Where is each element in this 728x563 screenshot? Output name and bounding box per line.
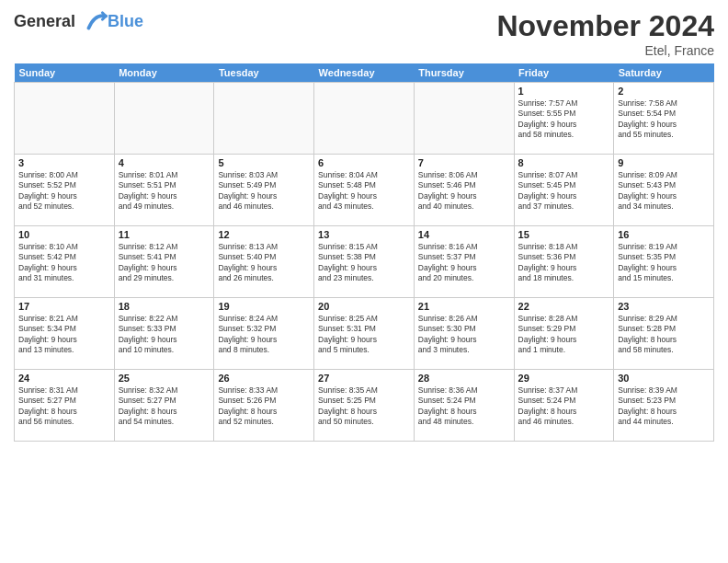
day-info: Sunrise: 8:32 AM Sunset: 5:27 PM Dayligh… <box>119 385 210 428</box>
header: General Blue November 2024 Etel, France <box>14 9 714 58</box>
day-number: 3 <box>18 157 110 168</box>
title-block: November 2024 Etel, France <box>496 9 714 58</box>
calendar-cell: 23Sunrise: 8:29 AM Sunset: 5:28 PM Dayli… <box>614 298 714 370</box>
month-title: November 2024 <box>496 9 714 43</box>
calendar-cell: 10Sunrise: 8:10 AM Sunset: 5:42 PM Dayli… <box>15 226 115 298</box>
day-number: 7 <box>418 157 510 168</box>
logo-blue: Blue <box>108 12 143 31</box>
calendar-cell: 30Sunrise: 8:39 AM Sunset: 5:23 PM Dayli… <box>614 370 714 442</box>
calendar-cell: 26Sunrise: 8:33 AM Sunset: 5:26 PM Dayli… <box>214 370 314 442</box>
day-info: Sunrise: 8:12 AM Sunset: 5:41 PM Dayligh… <box>119 242 210 284</box>
day-number: 14 <box>418 229 510 240</box>
day-number: 25 <box>119 373 210 384</box>
day-info: Sunrise: 7:58 AM Sunset: 5:54 PM Dayligh… <box>618 98 710 141</box>
day-info: Sunrise: 8:39 AM Sunset: 5:23 PM Dayligh… <box>618 385 710 428</box>
day-info: Sunrise: 8:37 AM Sunset: 5:24 PM Dayligh… <box>518 385 610 428</box>
day-info: Sunrise: 8:35 AM Sunset: 5:25 PM Dayligh… <box>318 385 410 428</box>
day-number: 21 <box>418 301 510 312</box>
calendar-cell: 14Sunrise: 8:16 AM Sunset: 5:37 PM Dayli… <box>414 226 514 298</box>
day-info: Sunrise: 8:13 AM Sunset: 5:40 PM Dayligh… <box>218 242 310 284</box>
day-number: 26 <box>218 373 310 384</box>
calendar-cell: 19Sunrise: 8:24 AM Sunset: 5:32 PM Dayli… <box>214 298 314 370</box>
day-info: Sunrise: 8:03 AM Sunset: 5:49 PM Dayligh… <box>218 170 310 213</box>
location: Etel, France <box>496 43 714 58</box>
day-number: 27 <box>318 373 410 384</box>
calendar-cell: 29Sunrise: 8:37 AM Sunset: 5:24 PM Dayli… <box>514 370 614 442</box>
calendar-cell: 27Sunrise: 8:35 AM Sunset: 5:25 PM Dayli… <box>314 370 415 442</box>
calendar-cell: 25Sunrise: 8:32 AM Sunset: 5:27 PM Dayli… <box>114 370 214 442</box>
calendar-cell: 28Sunrise: 8:36 AM Sunset: 5:24 PM Dayli… <box>414 370 514 442</box>
logo-general: General <box>14 12 75 30</box>
page-container: General Blue November 2024 Etel, France … <box>0 0 728 563</box>
header-saturday: Saturday <box>614 63 714 83</box>
day-number: 10 <box>18 229 110 240</box>
day-info: Sunrise: 8:19 AM Sunset: 5:35 PM Dayligh… <box>618 242 710 284</box>
day-info: Sunrise: 8:18 AM Sunset: 5:36 PM Dayligh… <box>518 242 610 284</box>
header-monday: Monday <box>114 63 214 83</box>
day-info: Sunrise: 8:10 AM Sunset: 5:42 PM Dayligh… <box>18 242 110 284</box>
day-number: 30 <box>618 373 710 384</box>
calendar-cell: 5Sunrise: 8:03 AM Sunset: 5:49 PM Daylig… <box>214 155 314 226</box>
header-tuesday: Tuesday <box>214 63 314 83</box>
day-number: 22 <box>518 301 610 312</box>
day-info: Sunrise: 8:21 AM Sunset: 5:34 PM Dayligh… <box>18 314 110 356</box>
day-info: Sunrise: 8:25 AM Sunset: 5:31 PM Dayligh… <box>318 314 410 356</box>
calendar-cell: 12Sunrise: 8:13 AM Sunset: 5:40 PM Dayli… <box>214 226 314 298</box>
calendar-cell: 7Sunrise: 8:06 AM Sunset: 5:46 PM Daylig… <box>414 155 514 226</box>
calendar-cell: 17Sunrise: 8:21 AM Sunset: 5:34 PM Dayli… <box>15 298 115 370</box>
day-number: 15 <box>518 229 610 240</box>
day-number: 9 <box>618 157 710 168</box>
day-number: 6 <box>318 157 410 168</box>
day-number: 18 <box>119 301 210 312</box>
logo: General Blue <box>14 9 143 35</box>
calendar-cell <box>314 83 415 155</box>
day-number: 17 <box>18 301 110 312</box>
day-number: 11 <box>119 229 210 240</box>
day-number: 28 <box>418 373 510 384</box>
day-number: 20 <box>318 301 410 312</box>
calendar-week-row: 1Sunrise: 7:57 AM Sunset: 5:55 PM Daylig… <box>15 83 714 155</box>
day-info: Sunrise: 8:24 AM Sunset: 5:32 PM Dayligh… <box>218 314 310 356</box>
calendar-week-row: 3Sunrise: 8:00 AM Sunset: 5:52 PM Daylig… <box>15 155 714 226</box>
header-wednesday: Wednesday <box>314 63 415 83</box>
calendar-cell: 9Sunrise: 8:09 AM Sunset: 5:43 PM Daylig… <box>614 155 714 226</box>
calendar-cell: 6Sunrise: 8:04 AM Sunset: 5:48 PM Daylig… <box>314 155 415 226</box>
calendar-week-row: 10Sunrise: 8:10 AM Sunset: 5:42 PM Dayli… <box>15 226 714 298</box>
day-number: 8 <box>518 157 610 168</box>
day-info: Sunrise: 7:57 AM Sunset: 5:55 PM Dayligh… <box>518 98 610 141</box>
calendar-table: Sunday Monday Tuesday Wednesday Thursday… <box>14 63 714 442</box>
calendar-cell: 3Sunrise: 8:00 AM Sunset: 5:52 PM Daylig… <box>15 155 115 226</box>
day-number: 1 <box>518 86 610 97</box>
day-info: Sunrise: 8:04 AM Sunset: 5:48 PM Dayligh… <box>318 170 410 213</box>
day-info: Sunrise: 8:07 AM Sunset: 5:45 PM Dayligh… <box>518 170 610 213</box>
day-number: 29 <box>518 373 610 384</box>
day-number: 23 <box>618 301 710 312</box>
calendar-cell: 13Sunrise: 8:15 AM Sunset: 5:38 PM Dayli… <box>314 226 415 298</box>
calendar-cell: 16Sunrise: 8:19 AM Sunset: 5:35 PM Dayli… <box>614 226 714 298</box>
day-number: 5 <box>218 157 310 168</box>
day-number: 12 <box>218 229 310 240</box>
day-info: Sunrise: 8:28 AM Sunset: 5:29 PM Dayligh… <box>518 314 610 356</box>
calendar-cell: 1Sunrise: 7:57 AM Sunset: 5:55 PM Daylig… <box>514 83 614 155</box>
day-info: Sunrise: 8:36 AM Sunset: 5:24 PM Dayligh… <box>418 385 510 428</box>
day-info: Sunrise: 8:16 AM Sunset: 5:37 PM Dayligh… <box>418 242 510 284</box>
calendar-cell: 24Sunrise: 8:31 AM Sunset: 5:27 PM Dayli… <box>15 370 115 442</box>
header-thursday: Thursday <box>414 63 514 83</box>
calendar-cell: 11Sunrise: 8:12 AM Sunset: 5:41 PM Dayli… <box>114 226 214 298</box>
day-info: Sunrise: 8:00 AM Sunset: 5:52 PM Dayligh… <box>18 170 110 213</box>
calendar-cell: 4Sunrise: 8:01 AM Sunset: 5:51 PM Daylig… <box>114 155 214 226</box>
header-sunday: Sunday <box>15 63 115 83</box>
day-number: 13 <box>318 229 410 240</box>
day-info: Sunrise: 8:22 AM Sunset: 5:33 PM Dayligh… <box>119 314 210 356</box>
calendar-cell: 8Sunrise: 8:07 AM Sunset: 5:45 PM Daylig… <box>514 155 614 226</box>
calendar-cell: 15Sunrise: 8:18 AM Sunset: 5:36 PM Dayli… <box>514 226 614 298</box>
day-number: 2 <box>618 86 710 97</box>
calendar-cell <box>414 83 514 155</box>
header-friday: Friday <box>514 63 614 83</box>
day-info: Sunrise: 8:31 AM Sunset: 5:27 PM Dayligh… <box>18 385 110 428</box>
day-info: Sunrise: 8:29 AM Sunset: 5:28 PM Dayligh… <box>618 314 710 356</box>
calendar-week-row: 17Sunrise: 8:21 AM Sunset: 5:34 PM Dayli… <box>15 298 714 370</box>
calendar-cell: 2Sunrise: 7:58 AM Sunset: 5:54 PM Daylig… <box>614 83 714 155</box>
calendar-cell <box>114 83 214 155</box>
calendar-cell <box>15 83 115 155</box>
